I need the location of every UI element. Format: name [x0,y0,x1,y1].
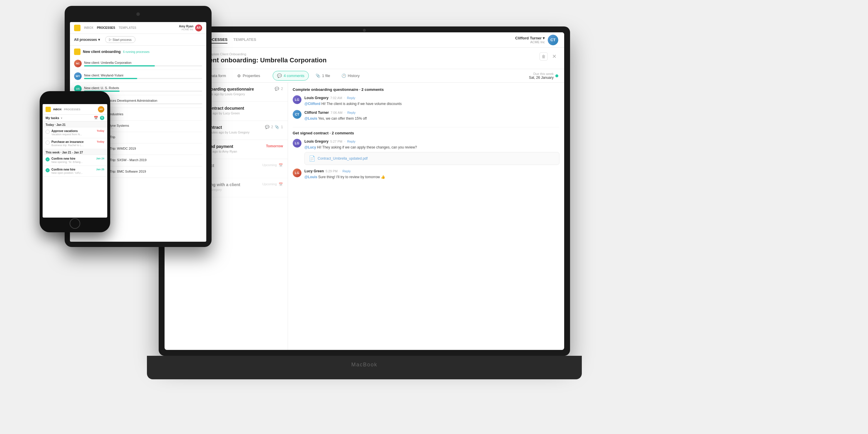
list-item[interactable]: Purchase an insurance Business trip: Rac… [42,138,107,149]
mention: @Louis [304,175,317,179]
reply-button[interactable]: Reply [347,140,355,143]
avatar: NC [74,60,82,67]
task-content: Approve vacations Vacation request from … [52,129,95,136]
process-tabs: ⊕ 6 items ☰ Data form ⚙ Properties [164,69,564,83]
due-text: Due this week Sat, 26 January [529,72,554,80]
comment-author: Louis Gregory [304,96,329,100]
calendar-icon[interactable]: 📅 [94,116,98,120]
tablet-nav-processes[interactable]: PROCESSES [97,26,115,29]
properties-tab[interactable]: ⚙ Properties [233,71,265,81]
play-icon: ▷ [109,38,112,41]
mention: @Louis [304,116,317,121]
lucy-comment-avatar: LG [293,169,302,177]
comment-section-title: Complete onboarding questionnaire · 2 co… [293,87,559,92]
process-detail: 🌿 Started using template Client Onboardi… [164,48,564,350]
comment-item: CT Clifford Turner 7:06 AM · Reply [293,110,559,121]
progress-fill [84,78,137,79]
comment-icon: 💬 [275,87,279,91]
comments-panel: Complete onboarding questionnaire · 2 co… [288,83,564,350]
files-icon: 📎 [316,74,320,78]
task-checkbox[interactable] [45,141,50,145]
progress-fill [84,65,155,66]
list-item[interactable]: Confirm new hire New open position: 'UI/… [42,166,107,177]
delete-button[interactable]: 🗑 [539,52,548,61]
laptop-nav: INBOX PROCESSES TEMPLATES [186,36,515,44]
task-checkbox[interactable] [45,168,50,172]
reply-button[interactable]: Reply [342,169,350,173]
process-item-name: New client: Weyland-Yutani [84,74,202,77]
data-form-tab-label: Data form [209,74,226,78]
separator: · [344,95,345,100]
laptop-base [147,356,582,379]
task-checkbox[interactable] [45,157,50,162]
task-date: Jan 25 [96,168,104,171]
group-name: New client onboarding [83,50,121,54]
tablet-logo [74,25,81,31]
phone-screen: INBOX PROCESSES AR My tasks ▾ 📅 5 [42,104,107,218]
task-date: Today [97,140,104,143]
comment-content: Yes, we can offer them 15% off [318,116,367,121]
task-icons: Upcoming 📅 [262,163,283,167]
amy-tablet-avatar: AR [195,24,202,31]
task-checkbox[interactable] [45,130,50,134]
avatar: AR [98,106,104,113]
separator: · [344,139,345,144]
laptop-nav-templates[interactable]: TEMPLATES [233,36,256,44]
due-dot [555,75,558,77]
phone-body: INBOX PROCESSES AR My tasks ▾ 📅 5 [40,91,110,232]
properties-tab-icon: ⚙ [237,74,241,78]
list-item[interactable]: NC New client: Umbrella Corporation [74,57,202,70]
comment-thread: Complete onboarding questionnaire · 2 co… [293,87,559,121]
comment-time: 7:02 AM [330,96,342,100]
comment-header: Lucy Green 5:29 PM · Reply [304,169,559,174]
due-label: Due this week [529,72,554,76]
task-name: Confirm new hire [52,168,94,171]
phone-nav-inbox[interactable]: INBOX [53,108,62,111]
process-actions: 🗑 ✕ [539,52,558,61]
avatar: LG [293,95,302,104]
list-item[interactable]: Approve vacations Vacation request from … [42,127,107,138]
laptop-app: ✓ INBOX PROCESSES TEMPLATES Clifford Tur… [164,32,564,350]
phone-nav-processes[interactable]: PROCESSES [64,108,81,111]
properties-tab-label: Properties [243,74,260,78]
task-icons: 💬 2 [275,87,283,91]
tablet-nav-inbox[interactable]: INBOX [84,26,93,29]
comment-time: 5:27 PM [330,140,342,143]
group-icon [74,49,81,55]
task-icons: 💬 2 📎 1 [265,125,283,129]
chevron-down-icon: ▾ [543,36,545,40]
comments-tab[interactable]: 💬 4 comments [273,71,309,81]
task-badge: 5 [100,116,104,120]
comment-body: Louis Gregory 5:27 PM · Reply @Lucy [304,139,559,165]
close-button[interactable]: ✕ [550,52,558,61]
clifford-avatar: CT [548,35,558,45]
due-badge: Due this week Sat, 26 January [529,72,558,80]
start-process-button[interactable]: ▷ Start process [105,36,135,43]
comment-author: Lucy Green [304,169,324,173]
comment-text: @Louis Yes, we can offer them 15% off [304,116,559,121]
comment-thread: Get signed contract · 2 comments LG [293,131,559,180]
history-tab[interactable]: 🕐 History [337,71,364,81]
task-content: Confirm new hire New open position: 'UI/… [52,168,94,174]
files-tab[interactable]: 📎 1 file [311,71,334,81]
avatar: WY [74,72,82,80]
file-attachment[interactable]: 📄 Contract_Umbrella_updated.pdf [304,152,559,165]
paperclip-icon: 📎 [275,125,279,129]
tablet-nav-templates[interactable]: TEMPLATES [119,26,136,29]
comment-time: 5:29 PM [326,169,338,173]
tablet-user-area: Amy Ryan ACME Inc AR [179,24,202,31]
reply-button[interactable]: Reply [347,111,355,114]
comment-body: Lucy Green 5:29 PM · Reply @Louis [304,169,559,180]
list-item[interactable]: Confirm new hire New opening: 'Sr. Erlan… [42,155,107,166]
all-processes-button[interactable]: All processes ▾ [74,38,100,42]
reply-button[interactable]: Reply [347,96,355,100]
comment-content: Sure thing! I'll try to review by tomorr… [318,175,385,179]
phone-nav: INBOX PROCESSES [53,108,81,111]
list-item[interactable]: WY New client: Weyland-Yutani [74,70,202,83]
calendar-icon: 📅 [279,182,283,186]
comments-icon: 💬 [277,74,282,78]
phone-home-button[interactable] [70,218,80,229]
file-count: 1 [281,125,283,129]
start-process-label: Start process [113,38,132,41]
scene: ✓ INBOX PROCESSES TEMPLATES Clifford Tur… [0,0,868,434]
